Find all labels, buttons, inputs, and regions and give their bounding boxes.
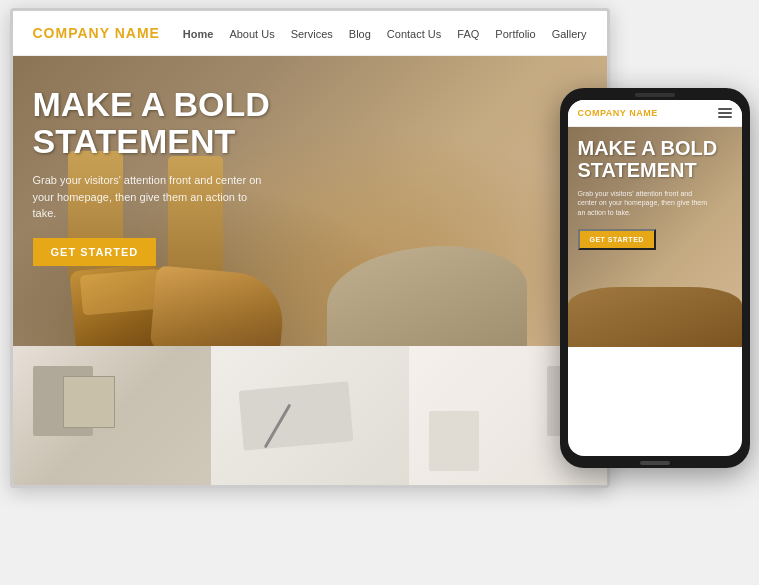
desktop-navbar: COMPANY NAME Home About Us Services Blog… [13,11,607,56]
desktop-mockup: COMPANY NAME Home About Us Services Blog… [10,8,610,488]
hamburger-line-2 [718,112,732,114]
mobile-navbar: COMPANY NAME [568,100,742,127]
mobile-hero-subtitle: Grab your visitors' attention front and … [578,189,708,218]
mobile-mockup: COMPANY NAME MAKE A BOLD STATEMENT Grab … [560,88,750,468]
hamburger-icon[interactable] [718,108,732,118]
nav-link-home[interactable]: Home [183,28,214,40]
nav-link-about[interactable]: About Us [229,28,274,40]
gallery-item-2 [211,346,409,488]
nav-link-blog[interactable]: Blog [349,28,371,40]
nav-link-faq[interactable]: FAQ [457,28,479,40]
hero-cta-button[interactable]: GET STARTED [33,238,157,266]
gallery-item-1 [13,346,211,488]
gallery-strip [13,346,607,488]
hero-content: MAKE A BOLD STATEMENT Grab your visitors… [33,86,313,266]
mobile-hero-title: MAKE A BOLD STATEMENT [578,137,742,181]
mobile-hero: MAKE A BOLD STATEMENT Grab your visitors… [568,127,742,347]
nav-link-gallery[interactable]: Gallery [552,28,587,40]
hero-title: MAKE A BOLD STATEMENT [33,86,313,161]
outer-container: COMPANY NAME Home About Us Services Blog… [10,8,750,578]
mobile-hero-content: MAKE A BOLD STATEMENT Grab your visitors… [578,137,742,250]
nav-link-services[interactable]: Services [291,28,333,40]
hamburger-line-3 [718,116,732,118]
desktop-logo: COMPANY NAME [33,25,160,41]
nav-link-portfolio[interactable]: Portfolio [495,28,535,40]
mobile-cta-button[interactable]: GET STARTED [578,229,656,250]
hamburger-line-1 [718,108,732,110]
nav-link-contact[interactable]: Contact Us [387,28,441,40]
mobile-logo: COMPANY NAME [578,108,658,118]
desktop-hero: MAKE A BOLD STATEMENT Grab your visitors… [13,56,607,346]
mobile-screen: COMPANY NAME MAKE A BOLD STATEMENT Grab … [568,100,742,456]
desktop-nav-links: Home About Us Services Blog Contact Us F… [183,24,587,42]
hero-subtitle: Grab your visitors' attention front and … [33,172,263,222]
